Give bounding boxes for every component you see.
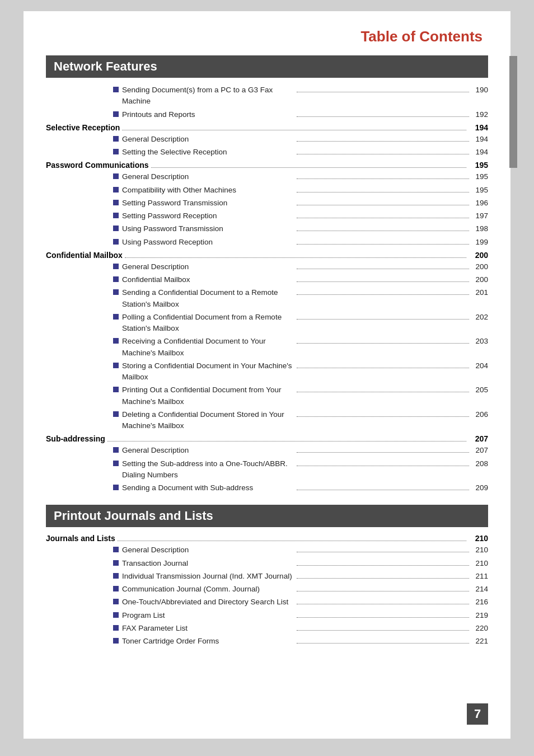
bullet-icon (113, 226, 119, 231)
dots (297, 591, 469, 591)
section-header-printout: Printout Journals and Lists (46, 505, 488, 527)
entry-title: Printing Out a Confidential Document fro… (122, 384, 294, 407)
entry-title: Using Password Reception (122, 237, 294, 248)
entry-title: Setting Password Transmission (122, 198, 294, 209)
page-num: 206 (471, 409, 488, 420)
bullet-icon (113, 612, 119, 618)
dots (297, 643, 469, 644)
bullet-icon (113, 387, 119, 392)
dots (297, 92, 469, 92)
page-title: Table of Contents (46, 28, 488, 45)
page-num: 199 (471, 237, 488, 248)
toc-entry: General Description 210 (46, 544, 488, 556)
page-num: 196 (471, 198, 488, 209)
toc-entry: General Description 194 (46, 134, 488, 145)
entry-title: Using Password Transmission (122, 223, 294, 234)
dots (297, 281, 469, 282)
bullet-icon (113, 573, 119, 579)
toc-entry: Setting Password Reception 197 (46, 210, 488, 222)
toc-entry: Sending a Confidential Document to a Rem… (46, 287, 488, 310)
page-num: 201 (471, 287, 488, 298)
selective-reception-row: Selective Reception 194 (46, 123, 488, 132)
dots (297, 231, 469, 231)
toc-entry: Storing a Confidential Document in Your … (46, 360, 488, 383)
page-num: 200 (471, 261, 488, 273)
dots (297, 192, 469, 192)
entry-title: Deleting a Confidential Document Stored … (122, 409, 294, 432)
toc-entry: General Description 195 (46, 171, 488, 182)
dots (297, 218, 469, 218)
page-num: 220 (471, 623, 488, 634)
section-title: Confidential Mailbox (46, 251, 123, 260)
bullet-icon (113, 363, 119, 368)
section-title: Journals and Lists (46, 534, 115, 543)
bullet-icon (113, 547, 119, 552)
bullet-icon (113, 638, 119, 644)
dots (297, 141, 469, 142)
page-num: 195 (469, 161, 488, 170)
dots (297, 490, 469, 490)
entry-title: Setting the Sub-address into a One-Touch… (122, 458, 294, 481)
entry-title: Compatibility with Other Machines (122, 185, 294, 196)
page-num: 214 (471, 584, 488, 595)
toc-entry: Using Password Reception 199 (46, 237, 488, 248)
bullet-icon (113, 560, 119, 566)
toc-entry: Compatibility with Other Machines 195 (46, 185, 488, 196)
toc-entry: Sending a Document with Sub-address 209 (46, 482, 488, 494)
dots (297, 343, 469, 344)
page-number: 7 (474, 707, 481, 721)
page-num: 200 (471, 274, 488, 285)
bullet-icon (113, 149, 119, 154)
page-num: 194 (471, 147, 488, 158)
page-num: 219 (471, 610, 488, 621)
entry-title: Communication Journal (Comm. Journal) (122, 584, 294, 595)
dots (297, 617, 469, 618)
bullet-icon (113, 338, 119, 344)
entry-title: Individual Transmission Journal (Ind. XM… (122, 571, 294, 582)
dots (297, 552, 469, 552)
bullet-icon (113, 485, 119, 490)
page-num: 216 (471, 597, 488, 608)
toc-entry: FAX Parameter List 220 (46, 623, 488, 634)
section-title: Selective Reception (46, 123, 120, 132)
dots (297, 565, 469, 566)
toc-entry: Individual Transmission Journal (Ind. XM… (46, 571, 488, 582)
toc-entry: Toner Cartridge Order Forms 221 (46, 636, 488, 647)
dots (122, 130, 466, 130)
entry-title: Receiving a Confidential Document to You… (122, 336, 294, 359)
dots (297, 269, 469, 269)
entry-title: Sending a Document with Sub-address (122, 482, 294, 494)
entry-title: Sending Document(s) from a PC to a G3 Fa… (122, 84, 294, 107)
bullet-icon (113, 136, 119, 142)
toc-entry: Communication Journal (Comm. Journal) 21… (46, 584, 488, 595)
dots (107, 441, 466, 442)
dots (297, 179, 469, 179)
entry-title: Transaction Journal (122, 558, 294, 569)
toc-entry: Deleting a Confidential Document Stored … (46, 409, 488, 432)
page-num: 194 (471, 134, 488, 145)
dots (297, 604, 469, 604)
entry-title: Setting the Selective Reception (122, 147, 294, 158)
bullet-icon (113, 276, 119, 282)
confidential-mailbox-row: Confidential Mailbox 200 (46, 251, 488, 260)
dots (297, 466, 469, 466)
toc-entry: One-Touch/Abbreviated and Directory Sear… (46, 597, 488, 608)
page-num: 195 (471, 185, 488, 196)
entry-title: General Description (122, 134, 294, 145)
page-num: 205 (471, 384, 488, 396)
bullet-icon (113, 625, 119, 631)
toc-entry: Program List 219 (46, 610, 488, 621)
page-num: 192 (471, 109, 488, 120)
bullet-icon (113, 239, 119, 245)
dots (297, 205, 469, 205)
entry-title: Program List (122, 610, 294, 621)
page-num: 198 (471, 223, 488, 234)
right-tab (509, 56, 517, 168)
bullet-icon (113, 111, 119, 117)
bullet-icon (113, 461, 119, 466)
page-num: 210 (471, 558, 488, 569)
page-num: 211 (471, 571, 488, 582)
page-num: 207 (471, 445, 488, 456)
journals-lists-row: Journals and Lists 210 (46, 534, 488, 543)
toc-entry: Confidential Mailbox 200 (46, 274, 488, 285)
